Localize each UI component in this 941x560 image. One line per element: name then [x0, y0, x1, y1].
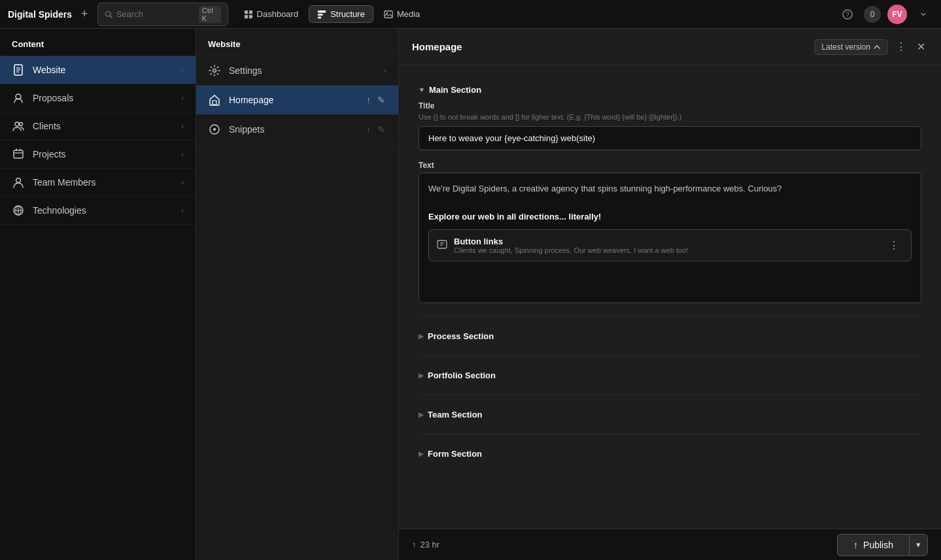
topbar: Digital Spiders + Ctrl K Dashboard Str: [0, 0, 941, 29]
bottom-bar-time: ↑ 23 hr: [412, 540, 439, 550]
svg-rect-31: [437, 240, 447, 248]
sidebar-item-technologies[interactable]: Technologies ›: [0, 197, 196, 225]
svg-point-24: [16, 178, 21, 183]
svg-point-27: [213, 69, 216, 73]
button-links-sublabel: Clients we caught, Spinning process, Our…: [454, 246, 878, 254]
right-panel: Homepage Latest version ⋮ ✕ ▼ Main Secti…: [399, 29, 941, 560]
notification-badge[interactable]: 0: [864, 6, 881, 23]
middle-item-snippets[interactable]: Snippets ↑ ✎: [196, 115, 398, 144]
sidebar-item-team-members[interactable]: Team Members ›: [0, 169, 196, 197]
svg-rect-9: [385, 10, 392, 18]
sidebar-item-clients[interactable]: Clients ›: [0, 112, 196, 140]
middle-item-homepage[interactable]: Homepage ↑ ✎: [196, 86, 398, 115]
pin-button[interactable]: ↑: [365, 93, 372, 107]
svg-rect-6: [318, 10, 326, 12]
sidebar-item-proposals[interactable]: Proposals ›: [0, 84, 196, 112]
gear-icon: [208, 64, 221, 77]
svg-line-1: [110, 16, 112, 18]
svg-point-19: [20, 123, 23, 126]
publish-label: Publish: [863, 540, 893, 550]
sidebar-item-label: Website: [33, 65, 173, 75]
clients-icon: [12, 120, 25, 133]
publish-button[interactable]: ↑ Publish: [837, 534, 909, 556]
middle-panel-header: Website: [196, 29, 398, 56]
upload-icon: ↑: [412, 540, 417, 550]
middle-item-settings[interactable]: Settings ›: [196, 56, 398, 86]
doc-icon: [12, 63, 25, 76]
chevron-right-icon: ›: [181, 150, 184, 159]
avatar-dropdown-button[interactable]: [914, 5, 933, 24]
add-button[interactable]: +: [77, 6, 92, 22]
triangle-right-icon: ▶: [419, 450, 424, 457]
middle-item-label: Homepage: [229, 95, 357, 105]
triangle-right-icon: ▶: [419, 333, 424, 340]
svg-text:?: ?: [846, 11, 849, 18]
section-main: ▼ Main Section Title Use {} to not break…: [419, 78, 921, 303]
button-links-item[interactable]: Button links Clients we caught, Spinning…: [428, 229, 912, 261]
search-bar: Ctrl K: [97, 3, 228, 26]
more-options-button[interactable]: ⋮: [893, 38, 909, 56]
grid-icon: [244, 10, 253, 19]
middle-item-actions: ↑ ✎: [365, 93, 386, 107]
section-process-header[interactable]: ▶ Process Section: [419, 325, 921, 348]
triangle-down-icon: ▼: [419, 86, 425, 93]
chevron-right-icon: ›: [181, 65, 184, 74]
middle-panel: Website Settings › Homepage ↑ ✎: [196, 29, 399, 560]
title-input[interactable]: [419, 126, 921, 150]
svg-rect-5: [248, 14, 252, 18]
svg-point-10: [386, 12, 388, 14]
chevron-up-icon: [873, 43, 881, 51]
field-hint-title: Use {} to not break words and [] for lig…: [419, 113, 921, 121]
right-panel-title: Homepage: [412, 41, 814, 52]
sidebar-item-label: Projects: [33, 149, 173, 159]
chevron-right-icon: ›: [181, 206, 184, 215]
nav-media[interactable]: Media: [376, 6, 428, 22]
section-team: ▶ Team Section: [419, 395, 921, 434]
publish-dropdown-button[interactable]: ▾: [909, 534, 928, 556]
title-field: Title Use {} to not break words and [] f…: [419, 101, 921, 150]
section-portfolio: ▶ Portfolio Section: [419, 355, 921, 395]
chevron-right-icon: ›: [181, 122, 184, 131]
section-form-header[interactable]: ▶ Form Section: [419, 442, 921, 465]
search-input[interactable]: [116, 9, 195, 19]
structure-icon: [317, 10, 326, 19]
user-avatar[interactable]: FV: [887, 5, 907, 24]
help-button[interactable]: ?: [838, 5, 857, 24]
text-line-1: We're Digital Spiders, a creative agency…: [428, 182, 912, 195]
sidebar-header: Content: [0, 29, 196, 56]
section-portfolio-header[interactable]: ▶ Portfolio Section: [419, 364, 921, 387]
close-button[interactable]: ✕: [914, 38, 928, 56]
chevron-right-icon: ›: [384, 66, 386, 75]
button-links-more-button[interactable]: ⋮: [885, 238, 903, 253]
edit-button[interactable]: ✎: [376, 123, 386, 136]
button-links-title: Button links: [454, 237, 878, 246]
text-field: Text We're Digital Spiders, a creative a…: [419, 161, 921, 303]
button-links-content: Button links Clients we caught, Spinning…: [454, 237, 878, 254]
section-main-header[interactable]: ▼ Main Section: [419, 78, 921, 101]
projects-icon: [12, 148, 25, 161]
publish-area: ↑ Publish ▾: [837, 534, 928, 556]
sidebar-item-label: Clients: [33, 121, 173, 131]
svg-rect-8: [318, 16, 321, 18]
nav-structure[interactable]: Structure: [309, 5, 373, 23]
sidebar-item-projects[interactable]: Projects ›: [0, 140, 196, 169]
text-richtext[interactable]: We're Digital Spiders, a creative agency…: [419, 173, 921, 303]
sidebar-item-label: Technologies: [33, 205, 173, 216]
edit-button[interactable]: ✎: [376, 93, 386, 107]
nav-dashboard[interactable]: Dashboard: [236, 6, 307, 22]
search-kbd: Ctrl K: [199, 6, 221, 23]
brand-name: Digital Spiders: [8, 9, 72, 20]
tech-icon: [12, 204, 25, 217]
svg-rect-20: [14, 150, 23, 158]
publish-chevron-icon: ▾: [916, 540, 921, 550]
pin-button[interactable]: ↑: [365, 123, 372, 136]
sidebar-item-label: Proposals: [33, 93, 173, 103]
publish-upload-icon: ↑: [853, 540, 858, 550]
svg-rect-28: [213, 101, 216, 105]
field-label-title: Title: [419, 101, 921, 110]
version-badge[interactable]: Latest version: [814, 39, 888, 55]
sidebar-item-website[interactable]: Website ›: [0, 56, 196, 84]
right-content: ▼ Main Section Title Use {} to not break…: [399, 65, 941, 529]
section-team-header[interactable]: ▶ Team Section: [419, 403, 921, 426]
triangle-right-icon: ▶: [419, 411, 424, 418]
